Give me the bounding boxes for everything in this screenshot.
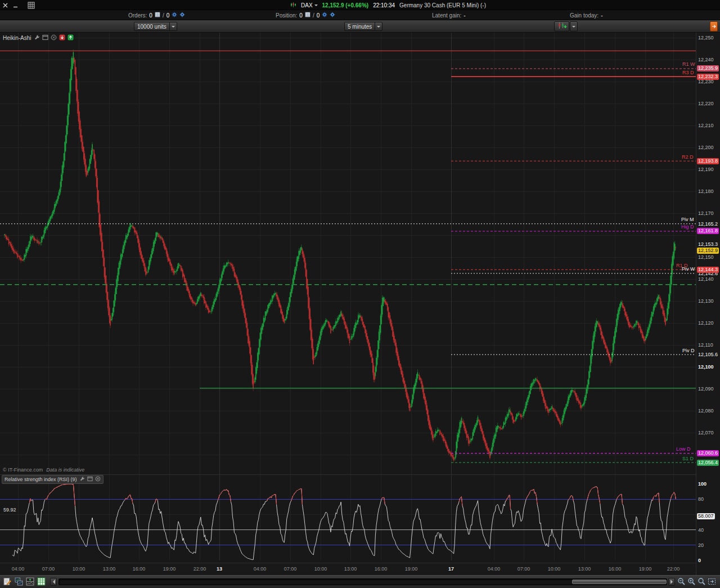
candle-body (403, 374, 404, 382)
candle-body (178, 263, 179, 268)
candle-body (177, 266, 178, 271)
candle-body (435, 431, 436, 436)
candle-body (24, 255, 25, 260)
scroll-right-button[interactable] (668, 578, 675, 586)
candle-body (304, 258, 305, 268)
candle-body (428, 410, 429, 421)
candle-body (159, 235, 160, 236)
candle-body (114, 294, 115, 306)
chart-windows-icon[interactable] (15, 577, 24, 586)
window-icon[interactable] (42, 34, 48, 42)
price-axis[interactable]: 12,25012,24012,23012,22012,21012,20012,1… (696, 33, 720, 575)
rsi-wrench-icon[interactable] (79, 476, 85, 483)
candle-body (450, 452, 451, 454)
price-tick: 12,210 (698, 123, 714, 128)
scroll-left-button[interactable] (50, 578, 57, 586)
close-indicator-icon[interactable] (51, 34, 57, 42)
candle-body (122, 249, 123, 257)
candle-body (398, 356, 399, 365)
add-indicator-pane-icon[interactable] (26, 577, 35, 586)
candle-body (72, 58, 73, 69)
candle-body (601, 327, 602, 335)
candle-body (417, 372, 418, 378)
price-tick: 12,180 (698, 188, 714, 194)
rsi-window-icon[interactable] (87, 476, 93, 483)
sell-shortcut-icon[interactable] (59, 34, 65, 42)
zoom-selection-icon[interactable] (698, 577, 706, 586)
orders-gear-icon[interactable] (172, 12, 177, 19)
zoom-reset-icon[interactable] (708, 577, 717, 586)
copyright-note: © IT-Finance.comData is indicative (3, 467, 84, 473)
candle-body (254, 381, 255, 383)
candle-body (322, 327, 323, 333)
zoom-in-icon[interactable] (687, 577, 696, 586)
minimize-window-icon[interactable] (13, 3, 18, 8)
candle-body (262, 324, 263, 330)
rsi-close-icon[interactable] (95, 476, 101, 483)
chart-scrollbar-thumb[interactable] (572, 580, 667, 584)
candle-body (424, 393, 425, 400)
candle-body (130, 226, 132, 227)
candle-body (79, 112, 80, 129)
candle-body (38, 241, 39, 244)
candle-body (447, 446, 448, 451)
chart-type-dropdown-button[interactable] (570, 21, 578, 32)
data-table-icon[interactable] (37, 577, 46, 586)
workspace-grid-icon[interactable] (28, 2, 35, 9)
candle-body (66, 125, 67, 143)
candle-body (620, 302, 622, 307)
chart-type-caret-icon (572, 26, 575, 29)
candle-body (335, 321, 336, 326)
candle-body (150, 258, 151, 265)
candle-body (476, 420, 478, 425)
candle-body (582, 406, 583, 407)
side-panel-toggle-icon[interactable] (710, 21, 718, 32)
rsi-current-value: 59.92 (3, 507, 16, 513)
candle-body (489, 452, 490, 458)
chart-type-button[interactable] (554, 21, 569, 32)
orders-list-icon[interactable] (155, 12, 160, 19)
candle-body (430, 424, 431, 430)
close-window-icon[interactable] (3, 3, 8, 8)
candle-body (366, 333, 367, 339)
instrument-selector[interactable]: DAX (301, 2, 318, 8)
candle-body (305, 263, 307, 276)
candle-body (336, 321, 338, 323)
candle-body (78, 102, 79, 122)
candle-body (299, 251, 300, 259)
candle-body (255, 367, 256, 380)
candle-body (549, 409, 550, 411)
clock: 22:10:34 (373, 2, 395, 8)
chart-scrollbar-track[interactable] (58, 578, 667, 585)
candle-body (467, 434, 468, 438)
units-select[interactable]: 10000 units (134, 22, 177, 31)
candle-body (142, 255, 143, 261)
rsi-tick: 100 (698, 481, 706, 487)
position-auto-gear-icon[interactable] (330, 12, 335, 19)
candle-body (506, 417, 507, 420)
candle-body (420, 378, 421, 380)
candle-body (265, 311, 266, 320)
candle-body (139, 243, 140, 252)
position-list-icon[interactable] (305, 12, 310, 19)
candle-body (337, 318, 338, 322)
level-label: Hig D (681, 225, 694, 230)
price-tick: 12,090 (698, 386, 714, 392)
candle-body (239, 285, 240, 290)
time-axis[interactable]: 04:0007:0010:0013:0016:0019:0022:001304:… (0, 563, 696, 575)
buy-shortcut-icon[interactable] (68, 34, 74, 42)
chart-canvas[interactable]: Heikin-Ashi © IT-Finance.comData is indi… (0, 33, 696, 575)
candle-body (654, 304, 655, 311)
timeframe-select[interactable]: 5 minutes (344, 22, 382, 31)
position-gear-icon[interactable] (322, 12, 327, 19)
candle-body (392, 323, 393, 330)
orders-auto-gear-icon[interactable] (179, 12, 185, 19)
candle-body (52, 212, 53, 216)
candle-body (515, 421, 516, 421)
candle-body (121, 254, 122, 259)
zoom-out-icon[interactable] (677, 577, 686, 586)
candle-body (23, 259, 24, 261)
wrench-icon[interactable] (34, 34, 40, 42)
edit-chart-icon[interactable] (3, 577, 12, 586)
candle-body (546, 406, 547, 409)
